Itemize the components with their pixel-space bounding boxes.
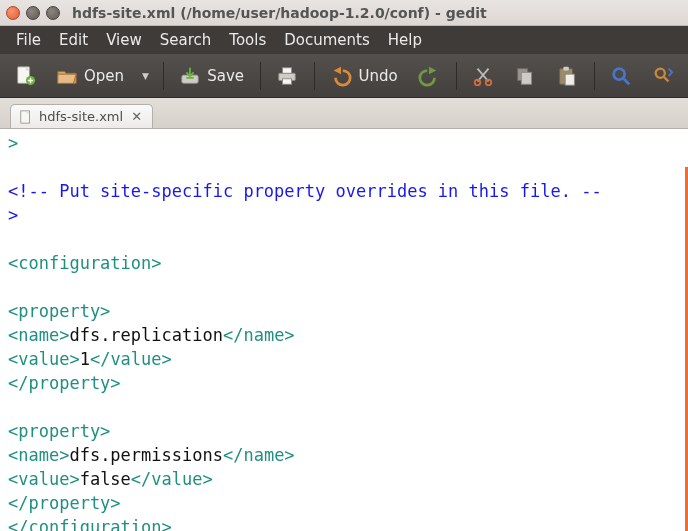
- new-file-icon: [14, 65, 36, 87]
- menu-help[interactable]: Help: [380, 27, 430, 53]
- window-titlebar: hdfs-site.xml (/home/user/hadoop-1.2.0/c…: [0, 0, 688, 26]
- menu-edit[interactable]: Edit: [51, 27, 96, 53]
- save-label: Save: [207, 67, 244, 85]
- svg-rect-13: [521, 72, 531, 84]
- svg-marker-8: [334, 66, 341, 73]
- search-icon: [610, 65, 632, 87]
- svg-rect-7: [283, 78, 292, 84]
- menu-documents[interactable]: Documents: [276, 27, 378, 53]
- svg-point-11: [486, 79, 492, 85]
- paste-button[interactable]: [550, 61, 584, 91]
- window-maximize-icon[interactable]: [46, 6, 60, 20]
- tabbar: hdfs-site.xml ✕: [0, 98, 688, 129]
- svg-rect-6: [283, 67, 292, 73]
- copy-button[interactable]: [508, 61, 542, 91]
- redo-button[interactable]: [412, 61, 446, 91]
- menubar: File Edit View Search Tools Documents He…: [0, 26, 688, 54]
- toolbar: Open ▼ Save Undo: [0, 54, 688, 98]
- find-replace-icon: [652, 65, 674, 87]
- menu-search[interactable]: Search: [152, 27, 220, 53]
- window-minimize-icon[interactable]: [26, 6, 40, 20]
- find-replace-button[interactable]: [646, 61, 680, 91]
- menu-tools[interactable]: Tools: [221, 27, 274, 53]
- open-button[interactable]: Open: [50, 61, 130, 91]
- save-button[interactable]: Save: [173, 61, 250, 91]
- undo-button[interactable]: Undo: [324, 61, 403, 91]
- editor-content: > <!-- Put site-specific property overri…: [8, 131, 682, 531]
- new-file-button[interactable]: [8, 61, 42, 91]
- svg-marker-9: [429, 66, 436, 73]
- copy-icon: [514, 65, 536, 87]
- menu-file[interactable]: File: [8, 27, 49, 53]
- svg-point-10: [475, 79, 481, 85]
- editor-area[interactable]: > <!-- Put site-specific property overri…: [0, 129, 688, 531]
- file-icon: [19, 110, 33, 124]
- open-dropdown-icon[interactable]: ▼: [138, 71, 153, 81]
- paste-icon: [556, 65, 578, 87]
- svg-point-18: [656, 68, 665, 77]
- window-title: hdfs-site.xml (/home/user/hadoop-1.2.0/c…: [72, 5, 487, 21]
- print-button[interactable]: [270, 61, 304, 91]
- open-label: Open: [84, 67, 124, 85]
- tab-hdfs-site[interactable]: hdfs-site.xml ✕: [10, 104, 153, 128]
- open-folder-icon: [56, 65, 78, 87]
- svg-rect-15: [563, 66, 569, 70]
- search-button[interactable]: [604, 61, 638, 91]
- tab-close-icon[interactable]: ✕: [129, 109, 144, 124]
- save-icon: [179, 65, 201, 87]
- svg-point-17: [614, 68, 625, 79]
- tab-label: hdfs-site.xml: [39, 109, 123, 124]
- undo-icon: [330, 65, 352, 87]
- cut-icon: [472, 65, 494, 87]
- window-close-icon[interactable]: [6, 6, 20, 20]
- redo-icon: [418, 65, 440, 87]
- undo-label: Undo: [358, 67, 397, 85]
- menu-view[interactable]: View: [98, 27, 150, 53]
- print-icon: [276, 65, 298, 87]
- cut-button[interactable]: [466, 61, 500, 91]
- svg-rect-16: [565, 74, 574, 85]
